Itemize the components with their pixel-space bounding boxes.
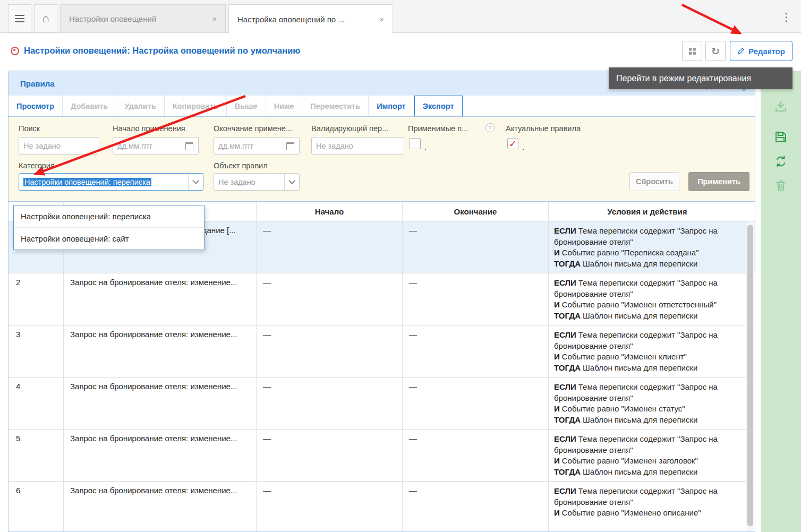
tab-notification-settings[interactable]: Настройки оповещений × (60, 4, 226, 33)
condition-line: ИСобытие равно "Переписка создана" (554, 247, 742, 259)
row-number: 6 (8, 482, 64, 532)
condition-line: ИСобытие равно "Изменено описание" (554, 508, 742, 519)
vertical-scrollbar[interactable] (746, 221, 754, 530)
rules-panel-title: Правила (20, 79, 55, 88)
sidebar-refresh-button[interactable] (774, 155, 788, 168)
condition-line: ЕСЛИТема переписки содержит "Запрос на б… (554, 330, 742, 351)
editor-tooltip: Перейти в режим редактирования (609, 67, 793, 89)
row-conditions: ЕСЛИТема переписки содержит "Запрос на б… (549, 221, 746, 273)
toolbar-move-button[interactable]: Переместить (302, 96, 369, 116)
validator-input[interactable] (311, 137, 404, 155)
sidebar-save-button[interactable] (774, 130, 788, 144)
editor-button[interactable]: Редактор (730, 41, 793, 61)
row-start: — (257, 377, 403, 429)
condition-line: ТОГДАШаблон письма для переписки (554, 467, 742, 478)
toolbar-up-button[interactable]: Выше (227, 96, 266, 116)
editor-button-label: Редактор (748, 47, 785, 56)
row-number: 5 (8, 430, 64, 481)
row-start: — (257, 221, 403, 273)
category-label: Категория (19, 161, 55, 170)
row-number: 3 (8, 325, 64, 377)
condition-line: ИСобытие равно "Изменен заголовок" (554, 456, 742, 467)
row-conditions: ЕСЛИТема переписки содержит "Запрос на б… (549, 377, 746, 429)
chevron-down-icon[interactable] (284, 174, 299, 190)
row-conditions: ЕСЛИТема переписки содержит "Запрос на б… (549, 430, 746, 481)
chevron-down-icon[interactable] (188, 174, 203, 190)
search-input[interactable] (19, 137, 99, 155)
table-row[interactable]: 6Запрос на бронирование отеля: изменение… (8, 482, 755, 532)
tab-default-notification-settings[interactable]: Настройка оповещений по ... × (228, 4, 393, 34)
row-name: Запрос на бронирование отеля: изменение.… (64, 482, 257, 532)
condition-line: ИСобытие равно "Изменен статус" (554, 404, 742, 415)
row-name: Запрос на бронирование отеля: изменение.… (64, 430, 257, 481)
start-date-input[interactable] (113, 137, 199, 155)
toolbar-down-button[interactable]: Ниже (266, 96, 303, 116)
refresh-icon: ↻ (711, 45, 720, 57)
refresh-button[interactable]: ↻ (705, 41, 726, 61)
tab-label: Настройка оповещений по ... (237, 15, 373, 24)
home-button[interactable]: ⌂ (34, 4, 57, 32)
grid-icon (688, 47, 696, 55)
row-number: 2 (8, 273, 64, 325)
help-icon[interactable]: ? (485, 123, 495, 132)
grid-view-button[interactable] (682, 41, 702, 61)
category-select[interactable]: Настройки оповещений: переписка (19, 173, 203, 191)
close-icon[interactable]: × (212, 14, 217, 23)
hamburger-menu-button[interactable] (8, 4, 31, 32)
toolbar-copy-button[interactable]: Копировать (165, 96, 227, 116)
table-row[interactable]: 2Запрос на бронирование отеля: изменение… (8, 273, 755, 325)
row-conditions: ЕСЛИТема переписки содержит "Запрос на б… (549, 482, 746, 532)
header-end: Окончание (403, 202, 549, 221)
table-row[interactable]: 4Запрос на бронирование отеля: изменение… (8, 377, 755, 430)
close-icon[interactable]: × (379, 15, 384, 24)
view-mode-icon (11, 47, 19, 55)
actual-suffix: . (522, 142, 524, 151)
dropdown-option-sait[interactable]: Настройки оповещений: сайт (14, 228, 204, 250)
toolbar-add-button[interactable]: Добавить (63, 96, 116, 116)
dropdown-option-perepiska[interactable]: Настройки оповещений: переписка (14, 205, 204, 228)
hamburger-icon (15, 18, 24, 19)
condition-line: ТОГДАШаблон письма для переписки (554, 259, 742, 270)
table-row[interactable]: 3Запрос на бронирование отеля: изменение… (8, 325, 755, 377)
rule-object-select[interactable]: Не задано (214, 173, 300, 191)
header-conditions: Условия и действия (549, 202, 746, 221)
reset-button[interactable]: Сбросить (629, 172, 679, 191)
end-date-input[interactable] (214, 137, 300, 155)
row-end: — (403, 430, 549, 481)
applicable-label: Применимые п... (408, 124, 468, 133)
toolbar-view-button[interactable]: Просмотр (8, 96, 63, 116)
home-icon: ⌂ (42, 13, 49, 24)
row-end: — (403, 377, 549, 429)
toolbar-delete-button[interactable]: Удалить (116, 96, 165, 116)
toolbar-export-button[interactable]: Экспорт (414, 96, 463, 116)
actual-rules-label: Актуальные правила (506, 124, 581, 133)
table-row[interactable]: 5Запрос на бронирование отеля: изменение… (8, 430, 755, 482)
validator-label: Валидирующий пер... (311, 124, 388, 133)
page-title: Настройки оповещений: Настройка оповещен… (11, 46, 300, 56)
category-dropdown: Настройки оповещений: переписка Настройк… (13, 205, 204, 250)
row-end: — (403, 325, 549, 377)
rule-object-value: Не задано (214, 178, 255, 186)
rules-toolbar: Просмотр Добавить Удалить Копировать Выш… (8, 96, 755, 117)
sidebar-download-button[interactable] (774, 100, 788, 114)
condition-line: ЕСЛИТема переписки содержит "Запрос на б… (554, 382, 742, 404)
condition-line: ЕСЛИТема переписки содержит "Запрос на б… (554, 486, 742, 508)
refresh-icon (774, 155, 788, 168)
condition-line: ЕСЛИТема переписки содержит "Запрос на б… (554, 434, 742, 456)
applicable-checkbox[interactable] (410, 138, 421, 149)
row-name: Запрос на бронирование отеля: изменение.… (64, 377, 257, 429)
kebab-menu-icon[interactable]: ⋮ (777, 8, 796, 25)
rules-panel: Правила ≡ ← → ⇩ Просмотр Добавить Удалит… (8, 71, 755, 532)
toolbar-import-button[interactable]: Импорт (369, 96, 414, 116)
title-bar: Настройки оповещений: Настройка оповещен… (0, 33, 801, 71)
scrollbar-thumb[interactable] (747, 225, 753, 526)
row-conditions: ЕСЛИТема переписки содержит "Запрос на б… (549, 273, 746, 325)
row-number: 4 (8, 377, 64, 429)
download-icon (774, 100, 788, 114)
row-start: — (257, 430, 403, 481)
actual-rules-checkbox[interactable]: ✓ (507, 138, 518, 149)
apply-button[interactable]: Применить (688, 172, 749, 191)
sidebar-delete-button[interactable] (774, 179, 788, 193)
tab-label: Настройки оповещений (69, 14, 206, 23)
row-start: — (257, 482, 403, 532)
